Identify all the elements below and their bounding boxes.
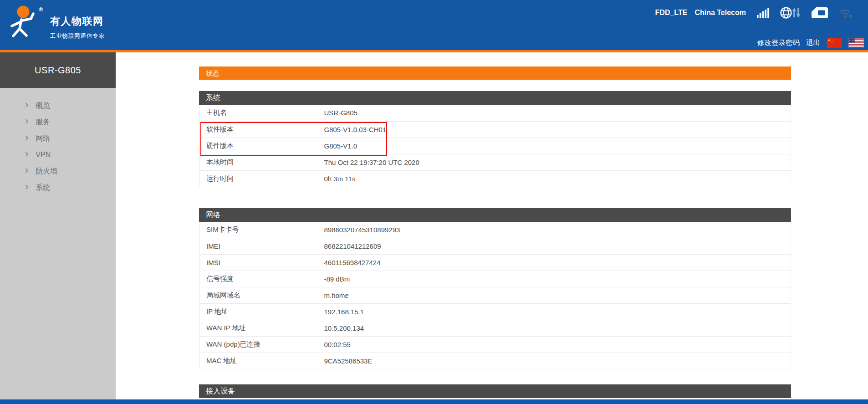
- row-label: SIM卡卡号: [199, 222, 324, 238]
- row-label: IMEI: [199, 238, 324, 255]
- globe-traffic-icon: [780, 6, 800, 19]
- brand-tagline: 工业物联网通信专家: [50, 32, 105, 40]
- row-label: MAC 地址: [199, 353, 324, 369]
- row-value: 868221041212609: [324, 238, 791, 255]
- signal-strength-icon: [757, 7, 769, 18]
- network-type-label: FDD_LTE: [655, 9, 688, 17]
- row-label: IMSI: [199, 255, 324, 271]
- table-row: 局域网域名 m.home: [199, 287, 791, 304]
- row-value: 10.5.200.134: [324, 320, 791, 337]
- usr-logo-icon: ®: [7, 5, 44, 43]
- system-section: 系统 主机名 USR-G805 软件版本 G805-V1.0.03-CH01: [199, 91, 791, 187]
- router-admin-page: ® 有人物联网 工业物联网通信专家 FDD_LTE China Telecom: [0, 0, 868, 404]
- connected-devices-section-header: 接入设备: [199, 384, 791, 398]
- row-label: 信号强度: [199, 271, 324, 287]
- row-value: 0h 3m 11s: [324, 170, 791, 187]
- sidebar-item[interactable]: › 网络: [0, 130, 116, 147]
- row-label: 主机名: [199, 105, 324, 121]
- table-row: WAN IP 地址 10.5.200.134: [199, 320, 791, 337]
- page-title: 状态: [199, 66, 791, 80]
- chevron-right-icon: ›: [25, 133, 28, 142]
- row-value: 00:02:55: [324, 337, 791, 353]
- brand-name: 有人物联网: [50, 15, 105, 28]
- network-info-table: SIM卡卡号 89860320745310899293 IMEI 8682210…: [199, 222, 791, 370]
- row-value: 460115698427424: [324, 255, 791, 271]
- sidebar: USR-G805 › 概览 › 服务 › 网络 ›: [0, 52, 116, 399]
- sidebar-item[interactable]: › 服务: [0, 114, 116, 130]
- status-page-content: 状态 系统 主机名 USR-G805 软件版本 G805-V1.0.03-CH0…: [199, 66, 791, 398]
- sidebar-item-label: 概览: [36, 101, 50, 111]
- language-english-flag-icon[interactable]: [848, 38, 864, 48]
- system-info-table: 主机名 USR-G805 软件版本 G805-V1.0.03-CH01 硬件版本…: [199, 105, 791, 187]
- sim-card-icon: [811, 7, 828, 19]
- table-row: 信号强度 -89 dBm: [199, 271, 791, 287]
- row-value: USR-G805: [324, 105, 791, 121]
- language-chinese-flag-icon[interactable]: [827, 38, 842, 48]
- row-label: 本地时间: [199, 154, 324, 170]
- network-section: 网络 SIM卡卡号 89860320745310899293 IMEI 8682…: [199, 208, 791, 370]
- footer-strip: [0, 399, 868, 404]
- connection-statusbar: FDD_LTE China Telecom: [655, 4, 853, 21]
- row-label: 运行时间: [199, 170, 324, 187]
- row-value: Thu Oct 22 19:37:20 UTC 2020: [324, 154, 791, 170]
- sidebar-item[interactable]: › 概览: [0, 97, 116, 114]
- row-label: WAN IP 地址: [199, 320, 324, 337]
- chevron-right-icon: ›: [25, 149, 28, 159]
- network-status-labels: FDD_LTE China Telecom: [655, 9, 746, 17]
- brand-text: 有人物联网 工业物联网通信专家: [50, 15, 105, 43]
- row-label: 软件版本: [199, 121, 324, 138]
- row-value: 89860320745310899293: [324, 222, 791, 238]
- system-section-header: 系统: [199, 91, 791, 105]
- table-row: 软件版本 G805-V1.0.03-CH01: [199, 121, 791, 138]
- table-row: WAN (pdp)已连接 00:02:55: [199, 337, 791, 353]
- registered-mark: ®: [39, 6, 43, 13]
- wifi-disabled-icon: [839, 7, 853, 19]
- sidebar-item-label: 服务: [36, 118, 50, 127]
- logout-link[interactable]: 退出: [806, 38, 820, 48]
- top-header: ® 有人物联网 工业物联网通信专家 FDD_LTE China Telecom: [0, 0, 868, 50]
- table-row: 本地时间 Thu Oct 22 19:37:20 UTC 2020: [199, 154, 791, 170]
- table-row: 主机名 USR-G805: [199, 105, 791, 121]
- table-row: 硬件版本 G805-V1.0: [199, 138, 791, 154]
- table-row: IP 地址 192.168.15.1: [199, 304, 791, 320]
- row-label: 硬件版本: [199, 138, 324, 154]
- row-value: -89 dBm: [324, 271, 791, 287]
- table-row: MAC 地址 9CA52586533E: [199, 353, 791, 369]
- brand: ® 有人物联网 工业物联网通信专家: [7, 5, 105, 43]
- chevron-right-icon: ›: [25, 100, 28, 109]
- chevron-right-icon: ›: [25, 117, 28, 126]
- row-value: m.home: [324, 287, 791, 304]
- carrier-label: China Telecom: [694, 9, 746, 17]
- device-name-header: USR-G805: [0, 52, 116, 88]
- orange-accent-strip: [0, 50, 868, 52]
- sidebar-item[interactable]: › VPN: [0, 147, 116, 163]
- row-value: G805-V1.0.03-CH01: [324, 121, 791, 138]
- sidebar-item[interactable]: › 防火墙: [0, 163, 116, 179]
- network-section-header: 网络: [199, 208, 791, 222]
- sidebar-item-label: 防火墙: [36, 167, 57, 176]
- sidebar-menu: › 概览 › 服务 › 网络 › VPN: [0, 88, 116, 196]
- row-value: 192.168.15.1: [324, 304, 791, 320]
- change-password-link[interactable]: 修改登录密码: [757, 38, 800, 48]
- chevron-right-icon: ›: [25, 166, 28, 175]
- row-value: G805-V1.0: [324, 138, 791, 154]
- user-actions-bar: 修改登录密码 退出: [757, 38, 864, 48]
- sidebar-item-label: 系统: [36, 183, 50, 193]
- row-label: WAN (pdp)已连接: [199, 337, 324, 353]
- table-row: SIM卡卡号 89860320745310899293: [199, 222, 791, 238]
- table-row: IMSI 460115698427424: [199, 255, 791, 271]
- row-label: IP 地址: [199, 304, 324, 320]
- table-row: 运行时间 0h 3m 11s: [199, 170, 791, 187]
- sidebar-item-label: VPN: [36, 151, 51, 159]
- table-row: IMEI 868221041212609: [199, 238, 791, 255]
- chevron-right-icon: ›: [25, 182, 28, 191]
- row-label: 局域网域名: [199, 287, 324, 304]
- sidebar-item[interactable]: › 系统: [0, 179, 116, 196]
- sidebar-item-label: 网络: [36, 134, 50, 143]
- connected-devices-section: 接入设备: [199, 384, 791, 398]
- row-value: 9CA52586533E: [324, 353, 791, 369]
